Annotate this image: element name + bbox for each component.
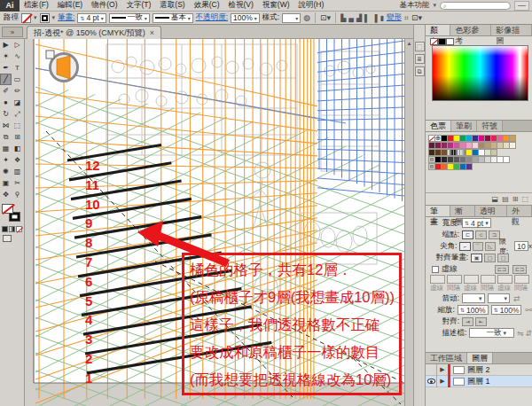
width-tool[interactable]: ⋈ [0, 120, 12, 131]
miter-limit-field[interactable]: 10 [514, 241, 528, 251]
align-panel-icon[interactable]: ≣ [415, 54, 425, 64]
gradient-tool[interactable]: ◧ [12, 143, 23, 154]
close-icon[interactable]: × [150, 28, 154, 37]
align-inside-stroke-button[interactable]: ▢ [484, 254, 496, 262]
swatch[interactable] [466, 163, 473, 170]
stroke-panel-link[interactable]: 筆畫: [58, 12, 74, 23]
minimize-button[interactable]: — [514, 1, 529, 11]
options-icon[interactable]: ⊡▾ [411, 13, 422, 22]
chevron-down-icon[interactable]: ▾ [188, 15, 191, 21]
align-buttons[interactable]: ▙▄▟▌▐▮ [340, 14, 384, 22]
pencil-tool[interactable]: ✏ [12, 85, 23, 97]
menu-item[interactable]: 效果(C) [190, 0, 224, 11]
round-join-button[interactable]: ⌒ [473, 242, 483, 251]
brush-definition-select[interactable]: 基本▾ [153, 13, 193, 23]
stroke-tab[interactable]: 外觀 [507, 206, 532, 216]
swap-arrowheads-icon[interactable]: ⇄ [513, 294, 520, 303]
type-tool[interactable]: T [12, 62, 23, 74]
swatch[interactable] [503, 156, 510, 163]
width-profile-select[interactable]: 一致▾ [109, 13, 150, 23]
color-tab[interactable]: 色彩參考 [450, 25, 491, 35]
new-swatch-icon[interactable]: ⬚ [521, 195, 528, 203]
perspective-grid-tool[interactable]: ⊞ [12, 131, 23, 143]
arrow-scale-end-field[interactable]: ⇅100% [491, 305, 522, 315]
layers-tab[interactable]: 工作區域 [426, 353, 467, 363]
layer-row[interactable]: ▶圖層 1 [426, 376, 532, 387]
stroke-tab[interactable]: 透明度 [475, 206, 507, 216]
arrow-scale-start-field[interactable]: ⇅100% [458, 305, 489, 315]
free-transform-tool[interactable]: ⬚ [12, 120, 23, 131]
bevel-join-button[interactable]: ◺ [485, 242, 496, 251]
layer-thumbnail[interactable] [453, 378, 465, 386]
swatch[interactable] [509, 135, 516, 142]
layer-name[interactable]: 圖層 1 [467, 376, 490, 387]
canvas-area[interactable]: 121110987654321 橘色的格子，共有12層．(原稿櫃子才9層(我想畫… [25, 39, 404, 406]
arrow-tip-button[interactable]: ⇥ [462, 317, 473, 326]
chevron-down-icon[interactable]: ▾ [34, 14, 37, 21]
pen-tool[interactable]: ✒ [0, 62, 12, 74]
eyedropper-tool[interactable]: ✦ [0, 154, 12, 166]
vertical-scrollbar[interactable]: ▲ [404, 39, 413, 406]
fill-proxy[interactable] [2, 204, 13, 214]
align-dash-button[interactable]: ⊏⊐ [512, 265, 527, 274]
fill-stroke-indicator[interactable] [0, 203, 23, 224]
shape-builder-tool[interactable]: ⧉ [0, 131, 12, 143]
expand-arrow-icon[interactable]: ▶ [437, 378, 448, 385]
arrange-panel-icon[interactable]: ⧉ [415, 66, 425, 76]
butt-cap-button[interactable]: ⊏ [462, 230, 473, 239]
document-tab[interactable]: 招-透視* @ 150% (CMYK/預覽) × [27, 26, 161, 39]
isolate-icon[interactable]: ⌗ [404, 13, 409, 23]
transform-link[interactable]: 變形 [387, 12, 402, 23]
scale-tool[interactable]: ⤢ [12, 108, 23, 120]
align-outside-stroke-button[interactable]: ▢ [497, 254, 509, 262]
mesh-tool[interactable]: ▦ [0, 143, 12, 154]
zoom-tool[interactable]: ⚲ [12, 189, 23, 200]
swatch[interactable] [490, 149, 497, 156]
layers-tab[interactable]: 圖層 [467, 353, 493, 363]
stroke-black-chip[interactable] [438, 38, 446, 45]
swatches-tab[interactable]: 筆刷 [451, 121, 477, 131]
round-cap-button[interactable]: ⊂ [475, 230, 487, 239]
style-select[interactable]: ▾ [282, 13, 301, 23]
fill-color-chip[interactable] [21, 13, 31, 23]
menu-item[interactable]: 文字(T) [121, 0, 155, 11]
link-scale-icon[interactable]: ⚯ [525, 306, 532, 315]
stroke-color-chip[interactable] [40, 13, 50, 23]
swatches-tab[interactable]: 符號 [477, 121, 503, 131]
stepper-icon[interactable]: ⇅ [80, 15, 84, 21]
dash-pattern-fields[interactable] [426, 275, 532, 284]
none-button[interactable] [16, 226, 22, 232]
miter-join-button[interactable]: ⌐ [459, 242, 470, 251]
visibility-toggle[interactable] [426, 376, 437, 387]
artboard-tool[interactable]: ▣ [0, 177, 12, 189]
layer-row[interactable]: ▶圖層 2 [426, 364, 532, 376]
visibility-toggle[interactable] [426, 364, 437, 376]
magic-wand-tool[interactable]: ✶ [0, 51, 12, 62]
color-tab[interactable]: 影像描圖 [491, 25, 532, 35]
line-segment-tool[interactable]: ╱ [0, 74, 12, 85]
stroke-width-field[interactable]: ⇅4 pt▾ [462, 218, 491, 228]
symbol-sprayer-tool[interactable]: ✺ [0, 166, 12, 177]
artboards-panel-icon[interactable]: ⬚ [415, 42, 425, 51]
swatch-kinds-icon[interactable]: ▤ [502, 195, 509, 203]
screen-mode-button[interactable] [3, 235, 12, 242]
column-graph-tool[interactable]: ▥ [12, 166, 23, 177]
stroke-width-field[interactable]: ⇅4 pt▾ [77, 13, 106, 23]
stroke-tab[interactable]: 漸層 [450, 206, 475, 216]
chevron-down-icon[interactable]: ▾ [101, 15, 104, 21]
new-color-group-icon[interactable]: ⊞ [512, 195, 519, 203]
white-chip[interactable] [446, 38, 454, 45]
rotate-tool[interactable]: ↻ [0, 108, 12, 120]
document-setup-icon[interactable]: ⊡▾ [320, 13, 331, 22]
layer-name[interactable]: 圖層 2 [467, 364, 490, 376]
fill-none-chip[interactable] [430, 38, 438, 45]
chevron-down-icon[interactable]: ▾ [295, 15, 298, 21]
flip-across-icon[interactable]: ⇵ [525, 329, 532, 338]
flip-along-icon[interactable]: ⇋ [517, 329, 524, 338]
menu-item[interactable]: 檔案(F) [20, 0, 53, 11]
direct-selection-tool[interactable]: ▷ [12, 39, 23, 51]
menu-item[interactable]: 視窗(W) [258, 0, 294, 11]
paintbrush-tool[interactable]: ✐ [0, 85, 12, 97]
menu-item[interactable]: 選取(S) [155, 0, 189, 11]
swatches-tab[interactable]: 色票 [426, 121, 451, 131]
